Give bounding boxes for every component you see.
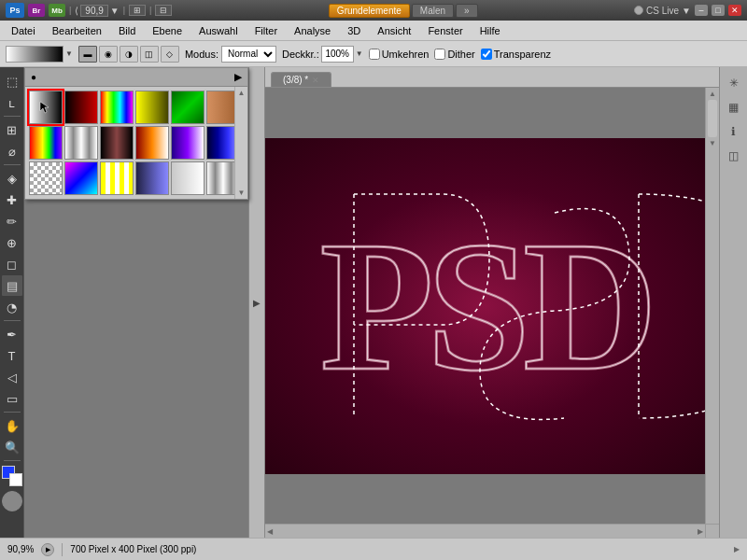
- gradient-swatch-6[interactable]: [29, 126, 63, 160]
- gradient-tool[interactable]: ▤: [2, 275, 22, 296]
- gradient-swatch-7[interactable]: [64, 126, 98, 160]
- document-tab[interactable]: (3/8) * ✕: [271, 72, 331, 87]
- layers-btn[interactable]: ◫: [724, 146, 744, 166]
- hand-tool[interactable]: ✋: [2, 415, 22, 436]
- gradient-swatch-12[interactable]: [29, 161, 63, 195]
- view-mode-btn[interactable]: ⊞: [129, 5, 146, 16]
- workspace-expand[interactable]: »: [456, 4, 478, 18]
- menu-ebene[interactable]: Ebene: [145, 23, 190, 38]
- doc-tab-close[interactable]: ✕: [312, 76, 319, 85]
- bridge-logo[interactable]: Br: [28, 4, 45, 17]
- menu-filter[interactable]: Filter: [247, 23, 285, 38]
- gradient-swatch-15[interactable]: [135, 161, 169, 195]
- menu-ansicht[interactable]: Ansicht: [370, 23, 418, 38]
- marquee-tool[interactable]: ⬚: [2, 71, 22, 91]
- background-color[interactable]: [9, 473, 22, 486]
- gradient-swatch-2[interactable]: [100, 91, 134, 124]
- blur-tool[interactable]: ◔: [2, 297, 22, 317]
- scroll-down-btn[interactable]: ▼: [238, 189, 246, 197]
- menu-datei[interactable]: Datei: [4, 23, 43, 38]
- gradient-panel-title: ●: [31, 72, 36, 82]
- gradient-swatch-10[interactable]: [171, 126, 204, 160]
- info-btn[interactable]: ℹ: [724, 121, 744, 142]
- close-button[interactable]: ✕: [728, 5, 741, 16]
- opacity-input[interactable]: [321, 46, 354, 63]
- reverse-checkbox[interactable]: [369, 49, 380, 60]
- vscroll-up[interactable]: ▲: [706, 88, 719, 100]
- angle-gradient-btn[interactable]: ◑: [120, 46, 138, 63]
- panel-expand-btn[interactable]: ▶: [248, 67, 265, 538]
- mode-dropdown[interactable]: Normal: [221, 46, 276, 63]
- menu-hilfe[interactable]: Hilfe: [472, 23, 508, 38]
- view-extra-btn[interactable]: ⊟: [155, 5, 172, 16]
- cslive-dropdown[interactable]: ▼: [682, 6, 691, 16]
- vscroll-thumb[interactable]: [708, 100, 717, 137]
- vscroll-down[interactable]: ▼: [706, 137, 719, 149]
- menu-analyse[interactable]: Analyse: [287, 23, 338, 38]
- hscroll-left[interactable]: ◀: [265, 527, 275, 536]
- dither-check-group: Dither: [434, 49, 474, 60]
- compass-btn[interactable]: ✳: [724, 73, 744, 93]
- gradient-panel-menu-icon[interactable]: ▶: [234, 72, 242, 82]
- shape-tool[interactable]: ▭: [2, 388, 22, 409]
- opacity-dropdown-icon[interactable]: ▼: [356, 49, 363, 58]
- reflected-gradient-btn[interactable]: ◫: [140, 46, 159, 63]
- dither-checkbox[interactable]: [434, 49, 445, 60]
- maximize-button[interactable]: □: [712, 5, 725, 16]
- menu-auswahl[interactable]: Auswahl: [191, 23, 246, 38]
- zoom-value[interactable]: 90,9: [80, 5, 107, 17]
- eraser-tool[interactable]: ◻: [2, 254, 22, 274]
- radial-gradient-btn[interactable]: ◉: [99, 46, 118, 63]
- hscroll-right[interactable]: ▶: [696, 527, 705, 536]
- menu-bar: Datei Bearbeiten Bild Ebene Auswahl Filt…: [0, 21, 747, 41]
- menu-fenster[interactable]: Fenster: [420, 23, 470, 38]
- gradient-swatch-16[interactable]: [171, 161, 204, 195]
- psd-text: PSD: [320, 213, 651, 399]
- gradient-swatch-8[interactable]: [100, 126, 134, 160]
- gradient-grid: [25, 87, 247, 199]
- type-tool[interactable]: T: [2, 345, 22, 366]
- gradient-picker[interactable]: ▼: [6, 46, 73, 63]
- minimize-button[interactable]: –: [695, 5, 708, 16]
- wand-tool[interactable]: ⌀: [2, 141, 22, 161]
- status-nav-btn[interactable]: ▶: [734, 545, 740, 553]
- gradient-swatch-14[interactable]: [100, 161, 134, 195]
- linear-gradient-btn[interactable]: ▬: [78, 46, 97, 63]
- minbridge-logo[interactable]: Mb: [49, 4, 65, 17]
- vertical-scrollbar[interactable]: ▲ ▼: [705, 88, 719, 524]
- clone-tool[interactable]: ⊕: [2, 232, 22, 253]
- path-tool[interactable]: ◁: [2, 367, 22, 387]
- workspace-malen[interactable]: Malen: [412, 4, 454, 18]
- zoom-control[interactable]: ⟨ 90,9 ▼: [75, 5, 119, 17]
- crop-tool[interactable]: ⊞: [2, 119, 22, 140]
- gradient-dropdown-icon[interactable]: ▼: [65, 49, 73, 58]
- horizontal-scrollbar[interactable]: ◀ ▶: [265, 524, 705, 538]
- gradient-swatch-4[interactable]: [171, 91, 204, 124]
- brush-tool[interactable]: ✏: [2, 211, 22, 231]
- quick-mask-btn[interactable]: [2, 491, 22, 511]
- zoom-dropdown-icon[interactable]: ▼: [110, 6, 120, 16]
- gradient-swatch-1[interactable]: [64, 91, 98, 124]
- hscroll-container: ◀ ▶: [265, 524, 719, 538]
- cslive-group[interactable]: CS Live ▼: [634, 6, 691, 16]
- lasso-tool[interactable]: ʟ: [2, 92, 22, 113]
- diamond-gradient-btn[interactable]: ◇: [161, 46, 179, 63]
- scroll-up-btn[interactable]: ▲: [238, 89, 246, 97]
- heal-tool[interactable]: ✚: [2, 189, 22, 210]
- gradient-swatch-13[interactable]: [64, 161, 98, 195]
- menu-3d[interactable]: 3D: [340, 23, 368, 38]
- menu-bearbeiten[interactable]: Bearbeiten: [45, 23, 109, 38]
- histogram-btn[interactable]: ▦: [724, 97, 744, 118]
- gradient-swatch-9[interactable]: [135, 126, 169, 160]
- zoom-display: 90,9%: [7, 544, 34, 554]
- menu-bild[interactable]: Bild: [111, 23, 143, 38]
- gradient-preview[interactable]: [6, 46, 63, 63]
- pen-tool[interactable]: ✒: [2, 324, 22, 344]
- zoom-tool[interactable]: 🔍: [2, 437, 22, 457]
- gradient-swatch-3[interactable]: [135, 91, 169, 124]
- gradient-swatch-0[interactable]: [29, 91, 63, 124]
- gradient-panel-scrollbar[interactable]: ▲ ▼: [234, 87, 247, 199]
- workspace-grundelemente[interactable]: Grundelemente: [329, 4, 410, 18]
- transparency-checkbox[interactable]: [481, 49, 492, 60]
- eyedropper-tool[interactable]: ◈: [2, 168, 22, 189]
